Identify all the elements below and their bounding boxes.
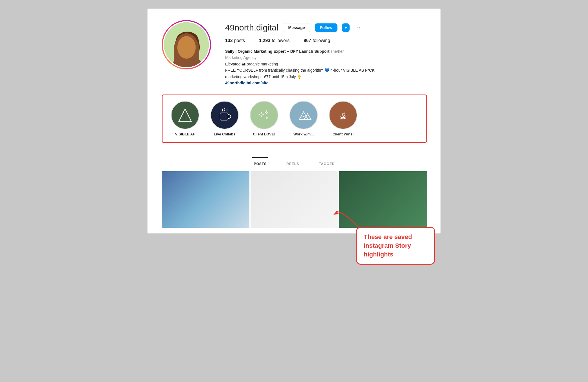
page-wrapper: 49north.digital Message Follow ▾ ··· 133… — [147, 8, 441, 231]
svg-point-8 — [190, 46, 193, 48]
story-highlights-section: VISIBLE AF — [162, 95, 427, 143]
highlight-visible-af[interactable]: VISIBLE AF — [171, 101, 199, 136]
bio-link[interactable]: 49northdigital.com/site — [225, 81, 268, 85]
tent-icon — [177, 107, 194, 124]
svg-point-6 — [191, 39, 200, 56]
highlight-live-collabs[interactable]: Live Collabs — [210, 101, 239, 136]
highlight-circle-work-with-me — [289, 101, 318, 129]
svg-point-7 — [182, 46, 185, 48]
avatar — [163, 21, 210, 68]
avatar-gradient-ring — [162, 20, 211, 69]
bio-section: Sally | Organic Marketing Expert + DFY L… — [225, 48, 427, 86]
svg-rect-2 — [183, 53, 192, 60]
posts-stat[interactable]: 133 posts — [225, 38, 245, 43]
bio-line1: Elevated 🏔 organic marketing — [225, 61, 427, 67]
username-row: 49north.digital Message Follow ▾ ··· — [225, 23, 427, 32]
posts-section: POSTS REELS TAGGED — [148, 151, 441, 233]
highlight-label-client-wins: Client Wins! — [333, 132, 354, 136]
highlight-circle-client-love — [250, 101, 278, 129]
dropdown-arrow-icon: ▾ — [345, 25, 347, 30]
bio-category: Marketing Agency — [225, 54, 427, 61]
followers-label: followers — [272, 38, 289, 43]
bio-name-line: Sally | Organic Marketing Expert + DFY L… — [225, 48, 427, 54]
highlight-label-work-with-me: Work w/m... — [293, 132, 314, 136]
sparkle-icon — [256, 107, 273, 124]
highlight-circle-client-wins — [329, 101, 357, 129]
grid-post-2[interactable] — [251, 171, 338, 228]
following-stat[interactable]: 867 following — [304, 38, 330, 43]
svg-rect-12 — [220, 113, 228, 120]
callout-arrow — [331, 208, 365, 231]
svg-point-3 — [177, 36, 198, 60]
bio-line3: marketing workshop - £77 until 15th July… — [225, 74, 427, 80]
callout-box: These are saved Instagram Story highligh… — [356, 227, 435, 265]
followers-stat[interactable]: 1,293 followers — [259, 38, 289, 43]
followers-count: 1,293 — [259, 38, 270, 43]
svg-point-15 — [305, 113, 306, 113]
stats-row: 133 posts 1,293 followers 867 following — [225, 38, 427, 43]
callout-text: These are saved Instagram Story highligh… — [364, 233, 412, 258]
svg-point-16 — [307, 111, 307, 112]
bio-line2: FREE YOURSELF from frantically chasing t… — [225, 67, 427, 73]
avatar-image — [164, 22, 209, 67]
svg-rect-9 — [185, 51, 190, 53]
profile-info: 49north.digital Message Follow ▾ ··· 133… — [225, 20, 427, 86]
highlight-client-love[interactable]: Client LOVE! — [250, 101, 278, 136]
highlight-circle-visible-af — [171, 101, 199, 129]
bio-pronouns: she/her — [331, 49, 344, 54]
more-options-button[interactable]: ··· — [354, 24, 361, 31]
posts-grid — [162, 171, 427, 228]
highlight-circle-live-collabs — [210, 101, 239, 129]
mountains-icon — [295, 107, 312, 124]
svg-point-1 — [172, 56, 203, 67]
svg-point-5 — [174, 38, 185, 58]
highlight-label-client-love: Client LOVE! — [253, 132, 275, 136]
tab-tagged[interactable]: TAGGED — [317, 157, 336, 170]
highlight-client-wins[interactable]: Client Wins! — [329, 101, 357, 136]
profile-header-section: 49north.digital Message Follow ▾ ··· 133… — [148, 9, 441, 151]
posts-count: 133 — [225, 38, 233, 43]
posts-label: posts — [234, 38, 245, 43]
follow-button[interactable]: Follow — [315, 23, 337, 32]
tab-reels[interactable]: REELS — [285, 157, 300, 170]
svg-rect-0 — [164, 22, 209, 67]
highlight-label-visible-af: VISIBLE AF — [175, 132, 195, 136]
bio-link-line: 49northdigital.com/site — [225, 80, 427, 86]
instagram-profile-card: 49north.digital Message Follow ▾ ··· 133… — [147, 8, 441, 234]
message-button[interactable]: Message — [283, 23, 310, 32]
profile-header: 49north.digital Message Follow ▾ ··· 133… — [162, 20, 427, 86]
following-label: following — [313, 38, 330, 43]
avatar-svg — [164, 22, 209, 67]
highlight-work-with-me[interactable]: Work w/m... — [289, 101, 318, 136]
follow-dropdown-button[interactable]: ▾ — [342, 23, 350, 32]
username: 49north.digital — [225, 23, 278, 32]
campfire-icon — [335, 107, 352, 124]
callout-container: These are saved Instagram Story highligh… — [356, 227, 435, 265]
bio-display-name: Sally | Organic Marketing Expert + DFY L… — [225, 49, 330, 54]
following-count: 867 — [304, 38, 311, 43]
tabs-row: POSTS REELS TAGGED — [162, 157, 427, 170]
tab-posts[interactable]: POSTS — [252, 157, 268, 170]
grid-post-1[interactable] — [162, 171, 249, 228]
highlight-label-live-collabs: Live Collabs — [214, 132, 236, 136]
coffee-mug-icon — [216, 107, 233, 124]
svg-point-4 — [176, 32, 199, 50]
